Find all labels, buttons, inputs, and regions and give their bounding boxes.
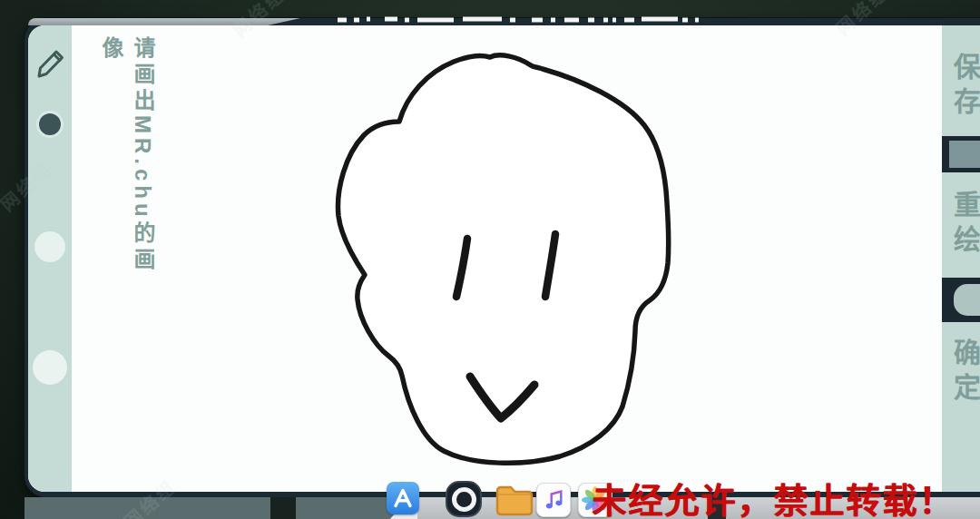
bezel-highlight — [28, 18, 300, 25]
dock-app-store-icon[interactable] — [387, 482, 419, 514]
side-panel-slot-top-inner — [949, 141, 980, 168]
drawing-app-window: 请画出MR.chu的画像 保存 重绘 确定 — [24, 18, 980, 497]
dock-lens-icon[interactable] — [447, 483, 480, 515]
side-panel-slot-top[interactable] — [942, 136, 980, 172]
brush-size-large[interactable] — [33, 350, 67, 385]
side-panel-slot-bottom[interactable] — [942, 278, 980, 322]
left-toolbar — [28, 25, 72, 492]
brush-size-small-selected[interactable] — [39, 113, 61, 135]
save-button[interactable]: 保存 — [946, 53, 980, 122]
dock-folder-icon[interactable] — [493, 480, 536, 519]
side-panel-slot-bottom-inner — [954, 284, 980, 316]
canvas-instruction-text: 请画出MR.chu的画像 — [95, 36, 159, 281]
video-frame: 请画出MR.chu的画像 保存 重绘 确定 — [0, 0, 980, 519]
repost-warning-watermark: 未经允许，禁止转载！ — [592, 473, 955, 519]
pencil-tool-button[interactable] — [32, 44, 68, 83]
right-toolbar: 保存 重绘 确定 — [942, 25, 980, 492]
pencil-icon — [32, 71, 68, 86]
app-store-glyph — [387, 482, 419, 514]
lens-ring — [452, 487, 476, 512]
brush-size-medium[interactable] — [34, 231, 65, 262]
redraw-button[interactable]: 重绘 — [946, 191, 980, 260]
app-screen: 请画出MR.chu的画像 保存 重绘 确定 — [28, 25, 980, 492]
drawing-canvas[interactable]: 请画出MR.chu的画像 — [72, 25, 942, 492]
dock-music-icon[interactable] — [536, 483, 571, 517]
bar-notch — [270, 497, 296, 519]
confirm-button[interactable]: 确定 — [946, 338, 980, 407]
